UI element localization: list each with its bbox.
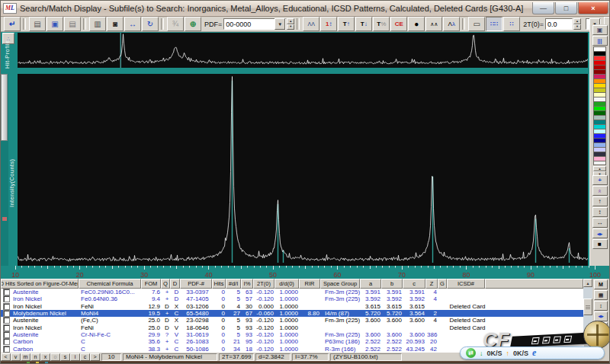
column-header-Chemical Formula[interactable]: Chemical Formula bbox=[79, 279, 141, 289]
nav-button-m[interactable]: m bbox=[21, 353, 30, 361]
scale-up-button[interactable]: ↑ bbox=[592, 196, 608, 206]
scroll-up-button[interactable]: ▲ bbox=[583, 279, 592, 287]
print-report-button[interactable]: ▤ bbox=[64, 17, 81, 31]
table-row[interactable]: Molybdenum NickelMoNi419.5+C65-548002767… bbox=[1, 310, 583, 317]
column-header-#d/I[interactable]: #d/I bbox=[226, 279, 241, 289]
hit-profile-chart[interactable] bbox=[18, 33, 588, 68]
column-header-2T(0)[interactable]: 2T(0) bbox=[253, 279, 274, 289]
column-header-FOM[interactable]: FOM bbox=[141, 279, 161, 289]
column-header-G[interactable]: G bbox=[438, 279, 447, 289]
slider-track[interactable] bbox=[1, 74, 8, 141]
nav-button-<[interactable]: < bbox=[1, 353, 11, 361]
print-button[interactable]: ▤ bbox=[29, 17, 46, 31]
h-zoom-button[interactable]: ↔ bbox=[592, 218, 608, 228]
table-row[interactable]: AusteniteFeC0.29Ni0.16C0...7.6+D33-03970… bbox=[1, 289, 583, 295]
table-row[interactable]: Austenite(Fe,C)25.0DX23-02980593-0.1201.… bbox=[1, 317, 583, 324]
column-header-RIR[interactable]: RIR bbox=[299, 279, 320, 289]
column-header-b[interactable]: b bbox=[381, 279, 403, 289]
column-header-a[interactable]: a bbox=[360, 279, 381, 289]
column-header-D[interactable]: D bbox=[170, 279, 180, 289]
peaks-axis-button[interactable]: ΛΛ bbox=[303, 17, 319, 31]
return-button[interactable]: ↵ bbox=[4, 17, 21, 31]
t-shift-down-button[interactable]: T↓ bbox=[355, 17, 372, 31]
ce-button[interactable]: CE bbox=[390, 17, 407, 31]
fraction-button[interactable]: ¾ bbox=[167, 17, 184, 31]
two-theta-input[interactable]: 0.0 bbox=[545, 18, 573, 30]
row-checkbox[interactable] bbox=[3, 295, 10, 302]
slider-marker[interactable] bbox=[2, 217, 7, 221]
column-header-d/d(0)[interactable]: d/d(0) bbox=[274, 279, 299, 289]
save-button[interactable]: ▣ bbox=[47, 17, 63, 31]
pdf-spinner[interactable]: ▲▼ bbox=[287, 18, 294, 30]
table-row[interactable]: Iron NickelFeNi25.0DV18-06460593-0.1201.… bbox=[1, 324, 583, 331]
row-checkbox[interactable] bbox=[3, 310, 10, 317]
pan-button[interactable]: + bbox=[592, 175, 608, 185]
nav-button-i[interactable]: i bbox=[70, 353, 80, 361]
contrast-button[interactable]: ● bbox=[408, 17, 425, 31]
column-header-Space Group[interactable]: Space Group bbox=[320, 279, 360, 289]
nav-button-x[interactable]: x bbox=[40, 353, 50, 361]
table-row[interactable]: AusteniteCr-Ni-Fe-C29.9?V31-06190593-0.1… bbox=[1, 331, 583, 338]
nav-button-s[interactable]: s bbox=[60, 353, 70, 361]
h-scroll-button[interactable]: ↔ bbox=[124, 17, 141, 31]
nav-button-c[interactable]: c bbox=[80, 353, 90, 361]
column-header-Hits[interactable]: Hits bbox=[212, 279, 226, 289]
stop-button[interactable]: ■ bbox=[592, 239, 608, 249]
table-row[interactable]: Iron NickelFeNi12.9DX03-120604300.0001.0… bbox=[1, 303, 583, 310]
table-row[interactable]: CarbonC35.6+C26-108302195-0.1201.0000P63… bbox=[1, 338, 583, 345]
v-zoom-button[interactable]: ↕ bbox=[592, 207, 608, 217]
two-theta-spinner[interactable]: ▲▼ bbox=[573, 18, 581, 30]
nav-button-n[interactable]: n bbox=[30, 353, 40, 361]
browser-icon[interactable]: e bbox=[532, 347, 536, 359]
column-header-40 Hits Sorted on Figure-Of-Merit[interactable]: 40 Hits Sorted on Figure-Of-Merit bbox=[1, 279, 79, 289]
scrollbar-thumb[interactable] bbox=[583, 299, 592, 315]
col-scroll-button[interactable]: ◀▶ bbox=[594, 311, 608, 321]
lambda-button[interactable]: Λλ bbox=[443, 17, 460, 31]
minimize-button[interactable]: — bbox=[532, 2, 554, 14]
column-header-filler[interactable] bbox=[485, 279, 583, 289]
intensity-scale-slider[interactable] bbox=[1, 74, 8, 266]
normalize-button[interactable]: 1↕ bbox=[320, 17, 337, 31]
merit-button[interactable]: M bbox=[594, 279, 608, 289]
table-row[interactable]: Iron NickelFe0.64Ni0.369.4+D47-14050557-… bbox=[1, 295, 583, 302]
dot-grid-a-button[interactable]: ∷∷ bbox=[486, 17, 502, 31]
net-speed-widget[interactable]: ⇄ ↓ 0K/S ↑ 0K/S e bbox=[460, 346, 605, 359]
column-header-Z[interactable]: Z bbox=[425, 279, 438, 289]
chevron-down-icon[interactable]: ▼ bbox=[274, 18, 285, 30]
expand-up-button[interactable]: « bbox=[592, 186, 608, 196]
report-table-button[interactable]: ▥ bbox=[89, 17, 106, 31]
row-checkbox[interactable] bbox=[3, 303, 10, 310]
t-percent-button[interactable]: T% bbox=[373, 17, 390, 31]
row-checkbox[interactable] bbox=[3, 289, 10, 295]
nav-button->[interactable]: > bbox=[90, 353, 100, 361]
row-checkbox[interactable] bbox=[3, 338, 10, 345]
palette-scroll[interactable]: ▲▼ bbox=[593, 166, 606, 174]
two-peaks-button[interactable]: ∧∧ bbox=[425, 17, 442, 31]
main-xrd-chart[interactable] bbox=[18, 74, 588, 266]
maximize-button[interactable]: □ bbox=[555, 2, 577, 14]
rect-select-button[interactable]: ▭ bbox=[468, 17, 485, 31]
refresh-button[interactable]: ↻ bbox=[142, 17, 159, 31]
h-pan-button[interactable]: ◀▶ bbox=[592, 228, 608, 238]
table-scrollbar[interactable]: ▲ ▼ bbox=[583, 279, 592, 353]
grid-button[interactable]: ▦ bbox=[594, 290, 608, 300]
collapse-button[interactable]: ■ bbox=[594, 322, 608, 332]
t-shift-up-button[interactable]: T↑ bbox=[338, 17, 355, 31]
window-layout-button[interactable]: ▣ bbox=[592, 25, 608, 35]
column-header-Q[interactable]: Q bbox=[161, 279, 170, 289]
row-checkbox[interactable] bbox=[3, 324, 10, 331]
color-swatch[interactable] bbox=[593, 161, 606, 165]
row-updown-button[interactable]: ↕ bbox=[594, 301, 608, 311]
column-header-PDF-#[interactable]: PDF-# bbox=[180, 279, 212, 289]
column-header-c[interactable]: c bbox=[403, 279, 425, 289]
row-checkbox[interactable] bbox=[3, 331, 10, 338]
monitor-button[interactable]: ◙ bbox=[107, 17, 124, 31]
close-button[interactable]: × bbox=[578, 2, 608, 14]
row-checkbox[interactable] bbox=[3, 317, 10, 324]
pause-button[interactable]: ||| bbox=[592, 36, 608, 46]
column-header-ICSD#[interactable]: ICSD# bbox=[447, 279, 485, 289]
row-checkbox[interactable] bbox=[3, 346, 10, 353]
globe-button[interactable]: ⊕ bbox=[185, 17, 201, 31]
nav-button-v[interactable]: v bbox=[11, 353, 21, 361]
dot-grid-b-button[interactable]: ∷ bbox=[503, 17, 520, 31]
